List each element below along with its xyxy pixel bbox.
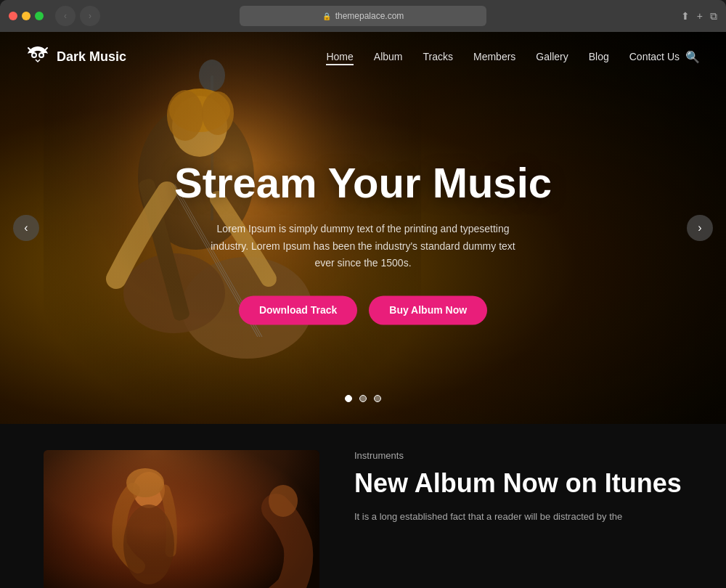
url-text: themepalace.com (335, 11, 404, 21)
nav-link-album[interactable]: Album (374, 51, 403, 62)
browser-actions: ⬆ + ⧉ (681, 10, 717, 23)
carousel-next-button[interactable]: › (687, 215, 713, 241)
carousel-dot-3[interactable] (374, 395, 381, 402)
hero-section: Dark Music Home Album Tracks Members Gal… (0, 32, 726, 424)
hero-content: Stream Your Music Lorem Ipsum is simply … (152, 160, 574, 324)
nav-links: Home Album Tracks Members Gallery Blog (326, 50, 680, 63)
address-bar-container: 🔒 themepalace.com (240, 6, 486, 26)
address-bar[interactable]: 🔒 themepalace.com (240, 6, 486, 26)
search-icon[interactable]: 🔍 (685, 50, 700, 64)
nav-link-members[interactable]: Members (473, 51, 515, 62)
nav-item-home[interactable]: Home (326, 50, 353, 63)
album-category: Instruments (354, 450, 691, 461)
maximize-button[interactable] (35, 12, 44, 20)
logo-text: Dark Music (57, 49, 126, 65)
nav-link-gallery[interactable]: Gallery (536, 51, 568, 62)
carousel-dot-2[interactable] (359, 395, 367, 402)
nav-item-album[interactable]: Album (374, 50, 403, 63)
traffic-lights (9, 12, 44, 20)
album-image-background (44, 450, 319, 588)
nav-link-contact[interactable]: Contact Us (629, 51, 680, 62)
hero-buttons: Download Track Buy Album Now (152, 296, 574, 325)
new-tab-icon[interactable]: + (697, 10, 703, 22)
minimize-button[interactable] (22, 12, 30, 20)
album-text: Instruments New Album Now on Itunes It i… (319, 450, 726, 525)
website-content: Dark Music Home Album Tracks Members Gal… (0, 32, 726, 588)
browser-titlebar: ‹ › 🔒 themepalace.com ⬆ + ⧉ (0, 0, 726, 32)
nav-item-contact[interactable]: Contact Us (629, 50, 680, 63)
carousel-prev-button[interactable]: ‹ (13, 215, 39, 241)
tabs-icon[interactable]: ⧉ (710, 10, 717, 23)
hero-title: Stream Your Music (152, 160, 574, 206)
nav-item-tracks[interactable]: Tracks (423, 50, 453, 63)
logo[interactable]: Dark Music (26, 45, 126, 68)
svg-point-18 (40, 54, 43, 57)
nav-item-blog[interactable]: Blog (589, 50, 609, 63)
lock-icon: 🔒 (322, 12, 331, 20)
download-track-button[interactable]: Download Track (239, 296, 357, 325)
back-button[interactable]: ‹ (55, 6, 76, 26)
nav-link-blog[interactable]: Blog (589, 51, 609, 62)
logo-icon (26, 45, 49, 68)
nav-link-tracks[interactable]: Tracks (423, 51, 453, 62)
nav-item-gallery[interactable]: Gallery (536, 50, 568, 63)
forward-button[interactable]: › (80, 6, 100, 26)
navbar: Dark Music Home Album Tracks Members Gal… (0, 32, 726, 81)
buy-album-button[interactable]: Buy Album Now (369, 296, 487, 325)
share-icon[interactable]: ⬆ (681, 10, 690, 22)
carousel-dots (345, 395, 381, 402)
nav-link-home[interactable]: Home (326, 51, 353, 65)
below-hero-section: Instruments New Album Now on Itunes It i… (0, 424, 726, 588)
browser-navigation: ‹ › (55, 6, 100, 26)
browser-chrome: ‹ › 🔒 themepalace.com ⬆ + ⧉ (0, 0, 726, 32)
hero-subtitle: Lorem Ipsum is simply dummy text of the … (203, 221, 523, 272)
svg-point-17 (33, 54, 36, 57)
svg-point-24 (269, 485, 298, 517)
carousel-dot-1[interactable] (345, 395, 352, 402)
nav-item-members[interactable]: Members (473, 50, 515, 63)
album-image (44, 450, 319, 588)
album-title: New Album Now on Itunes (354, 468, 691, 498)
album-desc: It is a long established fact that a rea… (354, 510, 691, 525)
close-button[interactable] (9, 12, 17, 20)
